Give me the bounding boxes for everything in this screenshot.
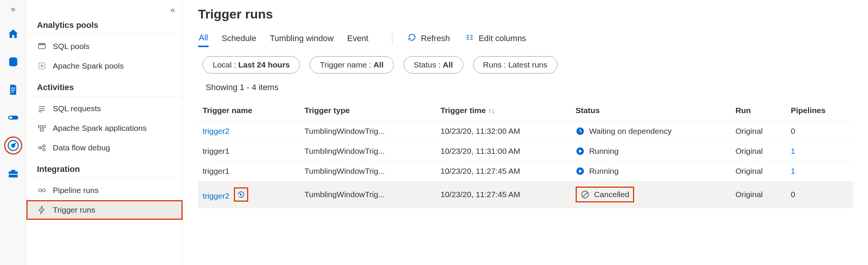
nav-sql-requests[interactable]: sql SQL requests [26, 99, 183, 118]
trigger-name-link: trigger1 [203, 167, 229, 175]
sidebar: « Analytics pools SQL pools Apache Spark… [26, 0, 183, 265]
cell-run: Original [731, 121, 787, 141]
pipelines-count[interactable]: 1 [791, 167, 795, 175]
rail-data[interactable] [5, 54, 22, 70]
svg-rect-3 [11, 92, 14, 92]
table-row[interactable]: trigger1TumblingWindowTrig...10/23/20, 1… [198, 161, 853, 181]
cell-pipelines: 0 [786, 121, 853, 141]
nav-trigger-runs[interactable]: Trigger runs [26, 200, 183, 220]
toolbar-actions: Refresh Edit columns [392, 33, 526, 44]
cell-trigger-time: 10/23/20, 11:31:00 AM [436, 141, 571, 161]
svg-rect-11 [9, 174, 18, 175]
nav-label: SQL pools [53, 42, 89, 51]
running-icon [576, 167, 585, 176]
svg-point-27 [38, 189, 41, 192]
cell-trigger-name: trigger1 [198, 161, 300, 181]
group-integration: Integration [26, 158, 183, 178]
col-trigger-time[interactable]: Trigger time↑↓ [436, 100, 571, 121]
sql-pool-icon [37, 42, 47, 51]
cell-trigger-name: trigger2 [198, 121, 300, 141]
page-title: Trigger runs [198, 7, 853, 21]
main-content: Trigger runs All Schedule Tumbling windo… [183, 0, 868, 265]
col-trigger-type[interactable]: Trigger type [300, 100, 436, 121]
edit-columns-button[interactable]: Edit columns [465, 33, 526, 44]
pipeline-runs-icon [37, 186, 47, 195]
expand-rail-icon[interactable]: » [11, 5, 15, 14]
cell-run: Original [731, 161, 787, 181]
col-run[interactable]: Run [731, 100, 787, 121]
pipeline-icon [7, 112, 19, 124]
nav-label: Trigger runs [53, 205, 95, 214]
pipelines-count: 0 [791, 127, 795, 135]
cell-status: Cancelled [571, 181, 731, 208]
cell-trigger-type: TumblingWindowTrig... [300, 181, 436, 208]
table-row[interactable]: trigger2TumblingWindowTrig...10/23/20, 1… [198, 121, 853, 141]
cell-trigger-type: TumblingWindowTrig... [300, 141, 436, 161]
trigger-name-link[interactable]: trigger2 [203, 191, 229, 200]
trigger-runs-icon [37, 205, 47, 214]
spark-pool-icon [37, 61, 47, 70]
cell-status: Running [571, 161, 731, 181]
filter-trigger-name[interactable]: Trigger name : All [310, 56, 393, 74]
pipelines-count[interactable]: 1 [791, 147, 795, 155]
document-icon [7, 84, 19, 96]
svg-text:sql: sql [38, 110, 42, 113]
trigger-name-link[interactable]: trigger2 [203, 127, 229, 135]
svg-point-22 [38, 147, 41, 149]
tab-all[interactable]: All [198, 30, 209, 47]
spark-apps-icon [37, 124, 47, 133]
cell-trigger-time: 10/23/20, 11:27:45 AM [436, 181, 571, 208]
pipelines-count: 0 [791, 190, 795, 199]
svg-line-26 [41, 148, 43, 149]
sort-icon: ↑↓ [488, 107, 495, 115]
filter-runs[interactable]: Runs : Latest runs [473, 56, 558, 74]
rail-integrate[interactable] [5, 109, 22, 126]
tab-tumbling[interactable]: Tumbling window [269, 31, 334, 46]
filter-time[interactable]: Local : Last 24 hours [203, 56, 300, 74]
tab-schedule[interactable]: Schedule [221, 31, 257, 46]
refresh-button[interactable]: Refresh [407, 33, 450, 44]
col-trigger-name[interactable]: Trigger name [198, 100, 300, 121]
filter-status[interactable]: Status : All [404, 56, 463, 74]
home-icon [7, 28, 19, 40]
nav-sql-pools[interactable]: SQL pools [26, 37, 183, 56]
rail-home[interactable] [5, 26, 22, 42]
nav-label: Apache Spark applications [53, 124, 147, 133]
cell-trigger-name: trigger1 [198, 141, 300, 161]
nav-label: Pipeline runs [53, 186, 98, 195]
cell-pipelines: 1 [786, 161, 853, 181]
table-row[interactable]: trigger1TumblingWindowTrig...10/23/20, 1… [198, 141, 853, 161]
nav-spark-apps[interactable]: Apache Spark applications [26, 118, 183, 138]
rail-develop[interactable] [5, 81, 22, 98]
svg-line-39 [583, 192, 587, 197]
svg-point-23 [43, 145, 45, 147]
collapse-sidebar-icon[interactable]: « [171, 5, 175, 15]
rail-monitor[interactable] [5, 137, 22, 154]
svg-point-24 [43, 149, 45, 151]
cell-trigger-name: trigger2 [198, 181, 300, 208]
tab-event[interactable]: Event [346, 31, 369, 46]
svg-point-28 [42, 189, 45, 192]
cell-pipelines: 1 [786, 141, 853, 161]
nav-label: Data flow debug [53, 143, 110, 152]
col-status[interactable]: Status [571, 100, 731, 121]
cell-run: Original [731, 181, 787, 208]
cell-trigger-time: 10/23/20, 11:32:00 AM [436, 121, 571, 141]
cell-status: Waiting on dependency [571, 121, 731, 141]
trigger-filter-tabs: All Schedule Tumbling window Event Refre… [198, 30, 853, 47]
nav-spark-pools[interactable]: Apache Spark pools [26, 56, 183, 76]
svg-line-25 [41, 146, 43, 147]
col-pipelines[interactable]: Pipelines [786, 100, 853, 121]
nav-dataflow-debug[interactable]: Data flow debug [26, 138, 183, 158]
svg-rect-21 [40, 129, 43, 131]
refresh-label: Refresh [421, 34, 450, 43]
rail-manage[interactable] [5, 165, 22, 182]
running-icon [576, 147, 585, 156]
nav-pipeline-runs[interactable]: Pipeline runs [26, 181, 183, 200]
nav-label: Apache Spark pools [53, 61, 124, 70]
icon-rail: » [0, 0, 26, 265]
table-row[interactable]: trigger2TumblingWindowTrig...10/23/20, 1… [198, 181, 853, 208]
cell-trigger-type: TumblingWindowTrig... [300, 161, 436, 181]
rerun-button[interactable] [234, 187, 248, 202]
cell-run: Original [731, 141, 787, 161]
